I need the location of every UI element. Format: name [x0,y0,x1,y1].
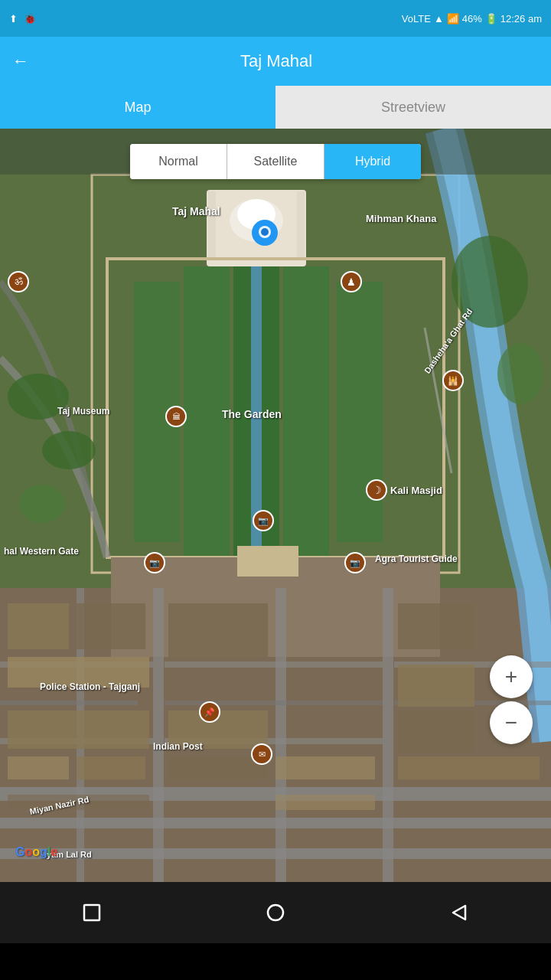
poi-museum1[interactable]: 🏛 [165,406,187,427]
hybrid-mode-button[interactable]: Hybrid [324,144,421,179]
svg-rect-16 [237,546,298,577]
svg-point-52 [497,343,543,404]
svg-rect-32 [8,603,69,649]
nav-recents-button[interactable] [77,897,107,928]
nav-home-button[interactable] [260,897,291,928]
tab-map[interactable]: Map [0,86,276,129]
svg-rect-40 [398,710,474,753]
map-location-pin [251,219,279,254]
svg-rect-20 [153,588,164,882]
label-western-gate: hal Western Gate [4,546,79,557]
map-container[interactable]: Normal Satellite Hybrid Taj Mahal Mihman… [0,129,551,882]
svg-point-49 [42,431,96,469]
usb-icon: ⬆ [9,13,18,24]
normal-mode-button[interactable]: Normal [130,144,227,179]
svg-rect-38 [398,603,474,649]
app-bar: ← Taj Mahal [0,37,551,86]
bug-icon: 🐞 [24,13,36,24]
svg-rect-21 [276,588,286,882]
battery-level: 46% [462,13,482,24]
label-kali-masjid: Kali Masjid [390,485,442,496]
svg-rect-6 [297,191,305,260]
svg-rect-33 [77,603,145,649]
label-taj-mahal: Taj Mahal [172,205,220,217]
poi-pin2[interactable]: 📌 [199,701,220,723]
svg-rect-36 [168,603,268,657]
svg-rect-39 [398,665,474,707]
svg-rect-44 [276,756,375,779]
svg-rect-10 [283,266,329,557]
nav-bar [0,882,551,943]
svg-rect-35 [8,710,149,749]
poi-chess[interactable]: ♟ [341,271,362,292]
tab-streetview[interactable]: Streetview [276,86,551,129]
status-right-info: VoLTE ▲ 📶 46% 🔋 12:26 am [402,13,542,24]
status-bar: ⬆ 🐞 VoLTE ▲ 📶 46% 🔋 12:26 am [0,0,551,37]
time-display: 12:26 am [500,13,542,24]
svg-rect-47 [276,795,375,810]
poi-camera1[interactable]: 📷 [144,552,165,573]
label-mihman-khana: Mihman Khana [366,213,436,224]
label-the-garden: The Garden [222,408,282,420]
svg-rect-42 [77,756,145,779]
page-title: Taj Mahal [44,51,508,71]
label-agra-tourist: Agra Tourist Guide [375,554,458,564]
poi-crescent[interactable]: ☽ [366,479,387,501]
label-taj-museum: Taj Museum [57,406,109,416]
svg-rect-12 [337,282,383,542]
volte-label: VoLTE [402,13,431,24]
poi-mosque[interactable]: 🕌 [442,370,464,391]
poi-om[interactable]: ॐ [8,271,29,292]
zoom-out-button[interactable]: − [490,701,533,744]
satellite-mode-button[interactable]: Satellite [227,144,324,179]
wifi-icon: ▲ [434,13,444,24]
svg-marker-59 [453,906,465,920]
svg-point-50 [19,485,65,523]
nav-back-button[interactable] [444,897,474,928]
svg-rect-22 [383,588,393,882]
poi-camera3[interactable]: 📷 [344,552,366,573]
svg-rect-41 [8,756,69,779]
map-mode-selector[interactable]: Normal Satellite Hybrid [130,144,421,179]
poi-camera2[interactable]: 📷 [253,510,274,531]
zoom-in-button[interactable]: + [490,655,533,698]
back-button[interactable]: ← [12,51,29,71]
battery-icon: 🔋 [485,13,497,24]
signal-icon: 📶 [447,13,459,24]
label-police-station: Police Station - Tajganj [40,681,140,692]
google-logo: Google [15,845,57,859]
svg-point-56 [261,228,269,236]
svg-point-58 [268,905,283,920]
svg-rect-57 [84,905,99,920]
zoom-controls: + − [490,655,533,744]
svg-rect-5 [208,191,216,260]
svg-rect-45 [398,756,540,779]
poi-letter[interactable]: ✉ [251,743,272,765]
tab-bar: Map Streetview [0,86,551,129]
status-left-icons: ⬆ 🐞 [9,13,36,24]
label-indian-post: Indian Post [153,741,203,752]
